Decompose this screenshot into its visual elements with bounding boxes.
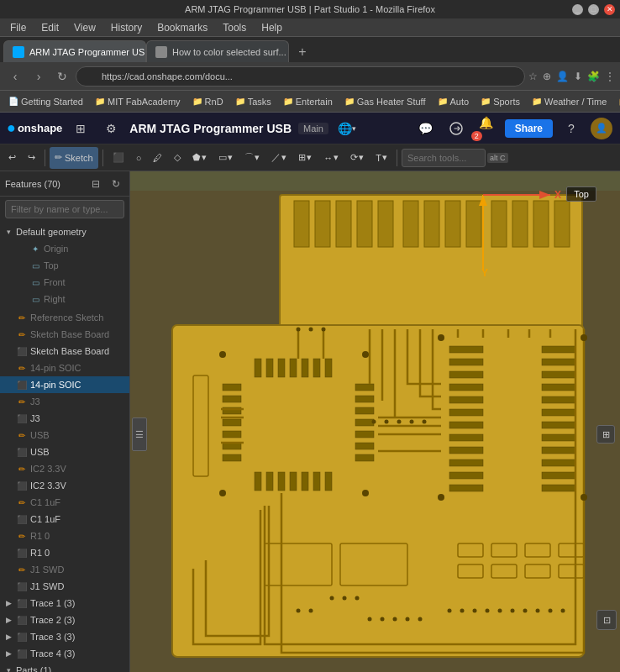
feature-c1-sketch[interactable]: ✏ C1 1uF	[0, 494, 129, 511]
menu-edit[interactable]: Edit	[34, 20, 66, 35]
feature-usb-solid[interactable]: ⬛ USB	[0, 444, 129, 460]
circle-button[interactable]: ○	[131, 147, 147, 169]
menu-bookmarks[interactable]: Bookmarks	[150, 20, 214, 35]
view-orientation-button[interactable]: ⊞	[596, 425, 615, 444]
menu-file[interactable]: File	[3, 20, 33, 35]
feature-reference-sketch-dim[interactable]: ✏ Reference Sketch	[0, 309, 129, 326]
pen-button[interactable]: 🖊	[148, 147, 167, 169]
14pin-sketch-label: 14-pin SOIC	[30, 363, 81, 373]
j1swd-sketch-label: J1 SWD	[30, 564, 64, 575]
dimension-dropdown[interactable]: ↔▾	[318, 147, 344, 169]
feature-r1-solid[interactable]: ⬛ R1 0	[0, 544, 129, 561]
default-geometry-header[interactable]: ▾ Default geometry	[0, 223, 129, 240]
sketch-button[interactable]: ✏ Sketch	[50, 147, 98, 169]
feature-j3-sketch[interactable]: ✏ J3	[0, 393, 129, 410]
settings-button[interactable]: ⚙	[99, 117, 123, 140]
svg-rect-38	[255, 472, 261, 491]
feature-sketch-base-solid[interactable]: ⬛ Sketch Base Board	[0, 343, 129, 360]
feature-ic2-sketch[interactable]: ✏ IC2 3.3V	[0, 460, 129, 477]
feature-j1swd-sketch[interactable]: ✏ J1 SWD	[0, 561, 129, 578]
feature-trace4-group[interactable]: ▶ ⬛ Trace 4 (3)	[0, 645, 129, 662]
feature-trace2-group[interactable]: ▶ ⬛ Trace 2 (3)	[0, 612, 129, 628]
user-menu-button[interactable]: 👤	[590, 117, 613, 140]
arc-dropdown[interactable]: ⌒▾	[239, 147, 265, 169]
menu-tools[interactable]: Tools	[216, 20, 253, 35]
svg-rect-68	[542, 485, 575, 491]
menu-dots-icon[interactable]: ⋮	[605, 71, 615, 82]
undo-button[interactable]: ↩	[3, 147, 21, 169]
bookmark-weather[interactable]: 📁 Weather / Time	[527, 95, 612, 108]
bookmark-gas[interactable]: 📁 Gas Heater Stuff	[339, 95, 431, 108]
text-dropdown[interactable]: T▾	[370, 147, 392, 169]
apps-button[interactable]: ⊞	[69, 117, 92, 140]
url-input[interactable]	[76, 66, 525, 87]
feature-j3-solid[interactable]: ⬛ J3	[0, 410, 129, 427]
bookmark-mit[interactable]: 📁 MIT FabAcademy	[90, 95, 186, 108]
menu-view[interactable]: View	[67, 20, 102, 35]
bookmark-sports[interactable]: 📁 Sports	[476, 95, 525, 108]
browser-tab-1[interactable]: How to color selected surf... ✕	[146, 40, 289, 62]
feature-origin[interactable]: ✦ Origin	[0, 240, 129, 257]
feature-trace1-group[interactable]: ▶ ⬛ Trace 1 (3)	[0, 595, 129, 612]
feature-c1-solid[interactable]: ⬛ C1 1uF	[0, 511, 129, 528]
profile-icon[interactable]: 👤	[556, 71, 569, 82]
bookmark-tasks[interactable]: 📁 Tasks	[230, 95, 276, 108]
feature-r1-sketch[interactable]: ✏ R1 0	[0, 528, 129, 544]
bookmark-msi[interactable]: 📁 MSI	[613, 95, 620, 108]
bookmark-icon[interactable]: ⊕	[543, 71, 551, 82]
feature-sketch-base-dim[interactable]: ✏ Sketch Base Board	[0, 326, 129, 343]
reload-button[interactable]: ↻	[52, 66, 72, 87]
feature-top[interactable]: ▭ Top	[0, 257, 129, 274]
menu-help[interactable]: Help	[255, 20, 289, 35]
constraint-dropdown[interactable]: ⊞▾	[293, 147, 317, 169]
shapes-dropdown[interactable]: ⬟▾	[187, 147, 212, 169]
svg-rect-48	[449, 384, 483, 391]
share-button[interactable]: Share	[505, 119, 553, 138]
line-dropdown[interactable]: ／▾	[266, 147, 292, 169]
globe-button[interactable]: 🌐▾	[335, 117, 359, 140]
share-doc-button[interactable]	[444, 117, 468, 140]
svg-rect-46	[449, 359, 483, 365]
star-icon[interactable]: ☆	[528, 71, 538, 82]
bookmark-entertain[interactable]: 📁 Entertain	[278, 95, 338, 108]
bookmark-getting-started[interactable]: 📄 Getting Started	[3, 95, 88, 108]
feature-usb-sketch[interactable]: ✏ USB	[0, 427, 129, 444]
browser-tab-0[interactable]: ARM JTAG Programmer US... ✕	[3, 40, 146, 62]
feature-front[interactable]: ▭ Front	[0, 274, 129, 291]
forward-button[interactable]: ›	[29, 66, 49, 87]
transform-dropdown[interactable]: ⟳▾	[345, 147, 369, 169]
chat-button[interactable]: 💬	[414, 117, 438, 140]
filter-features-button[interactable]: ⊟	[87, 176, 104, 192]
bookmark-rnd[interactable]: 📁 RnD	[187, 95, 229, 108]
search-tools-input[interactable]	[402, 149, 486, 167]
bookmark-auto[interactable]: 📁 Auto	[433, 95, 475, 108]
extensions-icon[interactable]: 🧩	[587, 71, 600, 82]
shape-button[interactable]: ◇	[169, 147, 186, 169]
maximize-button[interactable]: □	[588, 4, 599, 15]
feature-14pin-soic-sketch[interactable]: ✏ 14-pin SOIC	[0, 360, 129, 376]
parts-header[interactable]: ▾ Parts (1)	[0, 662, 129, 672]
download-icon[interactable]: ⬇	[574, 71, 582, 82]
sidebar-collapse-button[interactable]: ☰	[132, 417, 147, 451]
solid-icon-14: ⬛	[16, 381, 28, 390]
back-button[interactable]: ‹	[5, 66, 25, 87]
snap-button[interactable]: ⊡	[596, 610, 617, 630]
feature-ic2-solid[interactable]: ⬛ IC2 3.3V	[0, 477, 129, 494]
feature-14pin-soic-solid[interactable]: ⬛ 14-pin SOIC	[0, 376, 129, 393]
app-branch[interactable]: Main	[298, 123, 328, 134]
minimize-button[interactable]: _	[572, 4, 583, 15]
rect-dropdown[interactable]: ▭▾	[213, 147, 238, 169]
redo-button[interactable]: ↪	[23, 147, 40, 169]
new-tab-button[interactable]: +	[292, 42, 313, 62]
menu-history[interactable]: History	[104, 20, 149, 35]
refresh-features-button[interactable]: ↻	[108, 176, 124, 192]
cube-button[interactable]: ⬛	[108, 147, 129, 169]
feature-right[interactable]: ▭ Right	[0, 291, 129, 307]
close-button[interactable]: ✕	[604, 4, 615, 15]
viewport[interactable]: Y X Top ☰ ⊞ ⊡	[130, 171, 620, 672]
feature-trace3-group[interactable]: ▶ ⬛ Trace 3 (3)	[0, 628, 129, 645]
feature-j1swd-solid[interactable]: ⬛ J1 SWD	[0, 578, 129, 595]
svg-point-83	[410, 420, 414, 424]
help-button[interactable]: ?	[560, 117, 583, 140]
filter-input[interactable]	[5, 200, 124, 218]
